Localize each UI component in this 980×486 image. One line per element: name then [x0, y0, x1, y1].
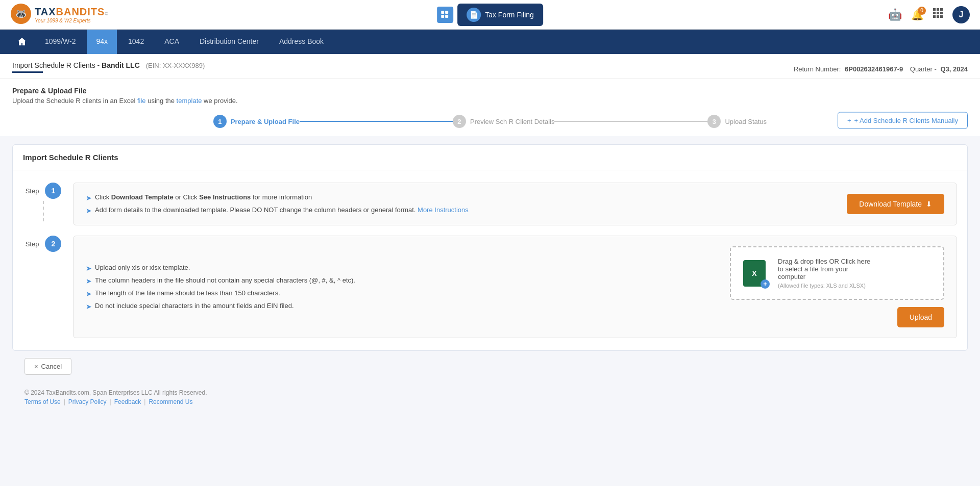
arrow-icon-4: ➤ [86, 277, 92, 285]
logo-bandits: BANDITS [56, 6, 105, 18]
steps-indicator: 1 Prepare & Upload File 2 Preview Sch R … [12, 105, 968, 136]
nav-label-1099: 1099/W-2 [45, 37, 76, 45]
tax-form-icon: 📄 [467, 8, 481, 22]
instr-1-2-text: Add form details to the downloaded templ… [95, 206, 469, 214]
prepare-title: Prepare & Upload File [12, 87, 968, 95]
svg-rect-7 [937, 8, 939, 11]
notification-badge: 0 [918, 7, 926, 15]
excel-x: X [752, 269, 756, 277]
drop-text-3: computer [778, 273, 805, 280]
return-info: Return Number: 6P002632461967-9 Quarter … [794, 65, 968, 73]
add-manually-icon: + [847, 117, 851, 124]
robot-avatar[interactable]: 🤖 [888, 8, 902, 21]
nav-item-1099[interactable]: 1099/W-2 [36, 30, 85, 54]
nav-label-1042: 1042 [128, 37, 144, 45]
step-indicator-2: 2 Preview Sch R Client Details [453, 115, 554, 128]
step-1-instructions: ➤ Click Download Template or Click See I… [86, 193, 837, 215]
main-content: Import Schedule R Clients Step 1 [0, 144, 980, 423]
svg-rect-5 [445, 15, 448, 18]
nav-item-1042[interactable]: 1042 [119, 30, 153, 54]
svg-rect-2 [441, 11, 444, 14]
breadcrumb-ein: (EIN: XX-XXXX989) [146, 62, 205, 69]
step-circle-1: 1 [213, 115, 227, 128]
prepare-desc-text1: Upload the Schedule R clients in an Exce… [12, 97, 137, 105]
logo-sub: Your 1099 & W2 Experts [35, 18, 108, 23]
svg-rect-4 [441, 15, 444, 18]
cancel-label: Cancel [41, 363, 62, 370]
instr-2-2-text: The column headers in the file should no… [95, 276, 355, 284]
notifications-btn[interactable]: 🔔 0 [911, 9, 924, 21]
footer-copyright: © 2024 TaxBandits.com, Span Enterprises … [24, 389, 955, 396]
excel-plus: + [761, 279, 770, 289]
step-number-1: 1 [218, 118, 222, 125]
svg-rect-9 [933, 12, 936, 14]
user-avatar[interactable]: J [952, 6, 970, 23]
footer-feedback-link[interactable]: Feedback [114, 398, 141, 405]
download-template-button[interactable]: Download Template ⬇ [847, 194, 944, 214]
excel-icon: X + [743, 260, 770, 287]
nav-item-address[interactable]: Address Book [270, 30, 333, 54]
footer-recommend-link[interactable]: Recommend Us [149, 398, 192, 405]
apps-icon [933, 8, 943, 18]
prepare-file-link[interactable]: file [137, 97, 146, 105]
svg-rect-3 [445, 11, 448, 14]
instruction-1-1: ➤ Click Download Template or Click See I… [86, 193, 837, 202]
step-1-number-col: Step 1 [23, 183, 64, 221]
nav-item-distribution[interactable]: Distribution Center [190, 30, 268, 54]
drop-text-1: Drag & drop files OR Click here [778, 258, 870, 265]
step-circle-3: 3 [707, 115, 721, 128]
step-number-2: 2 [457, 118, 461, 125]
import-section-header: Import Schedule R Clients [13, 145, 967, 170]
footer-terms-link[interactable]: Terms of Use [24, 398, 61, 405]
prepare-template-link[interactable]: template [177, 97, 202, 105]
logo-svg: 🦝 [10, 3, 32, 24]
step-2-row: Step 2 ➤ Upload only xls or xlsx templat… [23, 236, 957, 338]
cancel-icon: × [34, 363, 38, 370]
arrow-icon-2: ➤ [86, 207, 92, 215]
prepare-area: Prepare & Upload File Upload the Schedul… [0, 79, 980, 136]
step-label-3: Upload Status [725, 118, 767, 125]
import-section-title: Import Schedule R Clients [23, 153, 118, 162]
nav-item-94x[interactable]: 94x [87, 30, 117, 54]
breadcrumb-company: Bandit LLC [102, 61, 140, 69]
add-manually-button[interactable]: + + Add Schedule R Clients Manually [838, 112, 968, 129]
breadcrumb-underline [12, 71, 43, 73]
step-2-circle: 2 [45, 236, 61, 252]
tax-form-button[interactable]: 📄 Tax Form Filing [457, 4, 543, 26]
step-number-3: 3 [713, 118, 716, 125]
upload-button[interactable]: Upload [897, 307, 944, 327]
footer-privacy-link[interactable]: Privacy Policy [68, 398, 107, 405]
svg-text:🦝: 🦝 [15, 8, 27, 19]
cancel-bar: × Cancel [12, 351, 968, 382]
drop-zone[interactable]: X + Drag & drop files OR Click here to s… [730, 246, 944, 300]
more-instructions-link[interactable]: More Instructions [418, 206, 469, 214]
nav-home[interactable] [10, 30, 34, 54]
return-number-label: Return Number: [794, 65, 841, 73]
quarter-value: Q3, 2024 [941, 65, 968, 73]
grid-icon-btn[interactable] [437, 7, 453, 23]
svg-rect-11 [940, 12, 943, 14]
nav-bar: 1099/W-2 94x 1042 ACA Distribution Cente… [0, 30, 980, 54]
nav-item-aca[interactable]: ACA [155, 30, 188, 54]
download-template-label: Download Template [859, 200, 922, 208]
header-center: 📄 Tax Form Filing [437, 4, 543, 26]
breadcrumb: Import Schedule R Clients - Bandit LLC (… [12, 61, 205, 69]
nav-label-aca: ACA [164, 37, 179, 45]
breadcrumb-prefix: Import Schedule R Clients [12, 61, 95, 69]
svg-rect-10 [937, 12, 939, 14]
logo-tm: © [105, 11, 108, 16]
step-1-num: 1 [51, 187, 55, 195]
excel-icon-bg: X + [743, 260, 766, 287]
step-2-num: 2 [51, 240, 55, 248]
steps-area: Step 1 ➤ Click Download Template or Clic… [13, 170, 967, 350]
footer-links: Terms of Use | Privacy Policy | Feedback… [24, 398, 955, 405]
nav-label-distribution: Distribution Center [200, 37, 259, 45]
see-instructions-bold: See Instructions [199, 193, 251, 201]
nav-label-94x: 94x [96, 37, 108, 45]
cancel-button[interactable]: × Cancel [24, 358, 71, 375]
arrow-icon-3: ➤ [86, 264, 92, 272]
instruction-2-1: ➤ Upload only xls or xlsx template. [86, 264, 720, 272]
apps-btn[interactable] [933, 8, 943, 21]
step-2-instructions: ➤ Upload only xls or xlsx template. ➤ Th… [86, 264, 720, 311]
arrow-icon-5: ➤ [86, 290, 92, 298]
